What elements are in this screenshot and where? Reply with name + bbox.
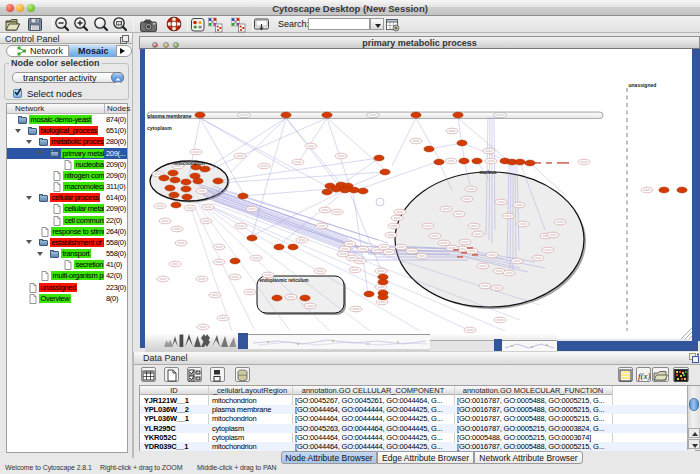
- svg-text:plasma membrane: plasma membrane: [148, 113, 192, 119]
- svg-text:cytoplasm: cytoplasm: [147, 125, 172, 131]
- svg-text:nucleus: nucleus: [479, 170, 497, 175]
- svg-text:1:1: 1:1: [117, 22, 122, 26]
- svg-text:f(x): f(x): [638, 371, 650, 381]
- svg-text:endoplasmic reticulum: endoplasmic reticulum: [260, 278, 309, 283]
- svg-text:unassigned: unassigned: [629, 82, 657, 88]
- svg-text:mitochondrion: mitochondrion: [173, 161, 205, 166]
